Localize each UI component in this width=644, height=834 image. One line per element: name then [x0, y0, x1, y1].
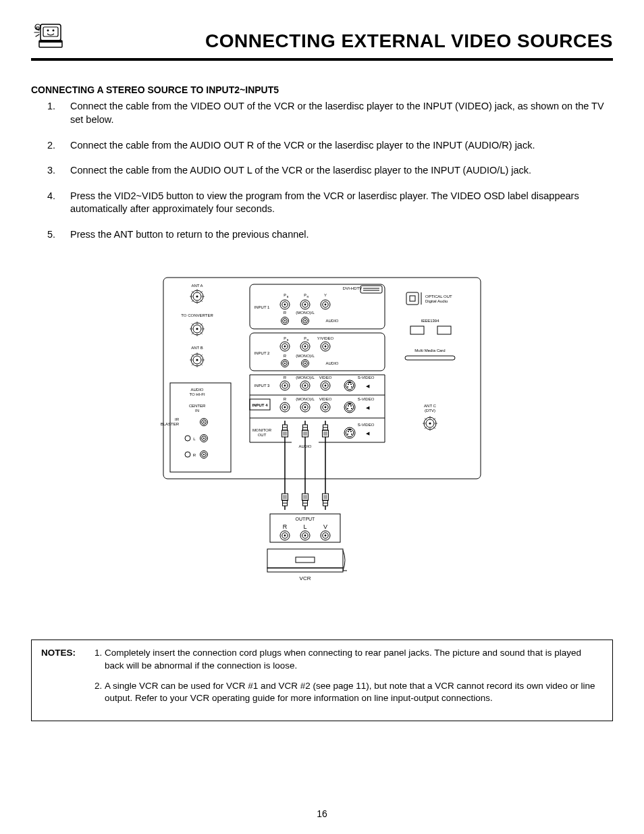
step-item: Connect the cable from the AUDIO OUT R o… — [58, 139, 613, 153]
svg-text:Multi Media Card: Multi Media Card — [414, 348, 445, 353]
svg-text:R: R — [307, 338, 309, 342]
svg-text:Digital Audio: Digital Audio — [425, 299, 448, 303]
svg-text:MONITOR: MONITOR — [252, 428, 272, 432]
step-item: Press the VID2~VID5 button to view the p… — [58, 190, 613, 216]
svg-text:R: R — [283, 523, 288, 530]
svg-rect-131 — [267, 568, 343, 572]
svg-rect-61 — [250, 284, 385, 329]
page-title: CONNECTING EXTERNAL VIDEO SOURCES — [74, 28, 613, 55]
svg-text:(MONO)/L: (MONO)/L — [296, 397, 315, 401]
svg-text:Y: Y — [324, 293, 327, 297]
svg-text:B: B — [287, 338, 289, 342]
svg-text:IN: IN — [195, 409, 199, 413]
svg-text:OUTPUT: OUTPUT — [296, 517, 316, 521]
svg-text:OPTICAL OUT: OPTICAL OUT — [425, 294, 452, 298]
svg-point-2 — [47, 30, 49, 32]
svg-point-57 — [185, 436, 190, 441]
step-item: Connect the cable from the AUDIO OUT L o… — [58, 164, 613, 178]
step-item: Press the ANT button to return to the pr… — [58, 228, 613, 242]
svg-rect-130 — [267, 549, 343, 568]
svg-point-3 — [53, 30, 55, 32]
svg-text:V: V — [323, 523, 327, 530]
svg-text:TO HI-FI: TO HI-FI — [189, 392, 205, 396]
svg-text:B: B — [287, 295, 289, 298]
section-subtitle: CONNECTING A STEREO SOURCE TO INPUT2~INP… — [31, 84, 613, 97]
svg-text:IEEE1394: IEEE1394 — [421, 319, 439, 323]
svg-text:Y/VIDEO: Y/VIDEO — [317, 336, 334, 340]
svg-text:BLASTER: BLASTER — [161, 422, 180, 426]
svg-text:L: L — [193, 437, 196, 441]
svg-text:VCR: VCR — [300, 575, 311, 581]
notes-box: NOTES: Completely insert the connection … — [31, 640, 613, 721]
svg-text:S-VIDEO: S-VIDEO — [358, 397, 375, 401]
svg-rect-5 — [39, 41, 62, 43]
svg-rect-110 — [406, 292, 419, 305]
svg-text:(MONO)/L: (MONO)/L — [296, 354, 315, 358]
svg-text:S-VIDEO: S-VIDEO — [358, 423, 375, 427]
manual-mascot-icon — [31, 20, 68, 55]
svg-text:◀: ◀ — [366, 431, 370, 436]
svg-text:INPUT 4: INPUT 4 — [252, 403, 268, 407]
svg-rect-111 — [410, 296, 415, 301]
notes-list: Completely insert the connection cord pl… — [88, 647, 603, 712]
svg-text:◀: ◀ — [366, 384, 370, 388]
title-rule — [31, 58, 613, 61]
note-item: A single VCR can be used for VCR #1 and … — [105, 680, 603, 704]
svg-rect-116 — [410, 326, 424, 334]
svg-text:(MONO)/L: (MONO)/L — [296, 311, 315, 315]
svg-text:VIDEO: VIDEO — [319, 375, 332, 380]
svg-text:◀: ◀ — [366, 405, 370, 410]
svg-text:AUDIO: AUDIO — [325, 361, 338, 365]
svg-text:R: R — [284, 375, 287, 380]
svg-text:CENTER: CENTER — [189, 404, 206, 408]
steps-list: Connect the cable from the VIDEO OUT of … — [39, 100, 613, 241]
notes-label: NOTES: — [41, 647, 88, 712]
svg-text:(MONO)/L: (MONO)/L — [296, 375, 315, 380]
svg-rect-64 — [360, 286, 382, 293]
svg-rect-117 — [437, 326, 451, 334]
svg-text:ANT C: ANT C — [424, 404, 437, 408]
svg-text:DVI-HDTV: DVI-HDTV — [343, 286, 362, 290]
svg-rect-7 — [36, 27, 39, 29]
svg-text:R: R — [284, 354, 287, 358]
svg-text:ANT B: ANT B — [191, 346, 203, 350]
svg-text:TO CONVERTER: TO CONVERTER — [181, 313, 213, 317]
svg-rect-119 — [405, 356, 455, 360]
svg-text:AUDIO: AUDIO — [325, 319, 338, 323]
svg-text:L: L — [303, 523, 306, 530]
svg-text:INPUT 3: INPUT 3 — [254, 384, 271, 388]
svg-text:P: P — [284, 293, 286, 297]
step-item: Connect the cable from the VIDEO OUT of … — [58, 100, 613, 126]
svg-text:OUT: OUT — [258, 433, 267, 437]
connection-diagram: ANT A TO CONVERTER ANT B AUDIO TO HI-FI … — [157, 275, 487, 599]
svg-text:ANT A: ANT A — [191, 284, 203, 288]
svg-text:S-VIDEO: S-VIDEO — [358, 375, 375, 380]
svg-text:R: R — [284, 311, 287, 315]
svg-text:INPUT 1: INPUT 1 — [254, 305, 271, 309]
svg-text:R: R — [307, 295, 309, 298]
svg-point-59 — [185, 452, 190, 457]
svg-text:AUDIO: AUDIO — [190, 388, 203, 392]
svg-text:INPUT 2: INPUT 2 — [254, 351, 271, 355]
svg-text:VIDEO: VIDEO — [319, 397, 332, 401]
svg-text:IR: IR — [175, 417, 180, 421]
svg-text:R: R — [284, 397, 287, 401]
svg-text:(DTV): (DTV) — [425, 409, 435, 413]
note-item: Completely insert the connection cord pl… — [105, 647, 603, 671]
svg-text:R: R — [193, 453, 196, 457]
page-number: 16 — [0, 808, 644, 820]
svg-text:P: P — [284, 336, 286, 340]
svg-rect-132 — [296, 557, 315, 563]
